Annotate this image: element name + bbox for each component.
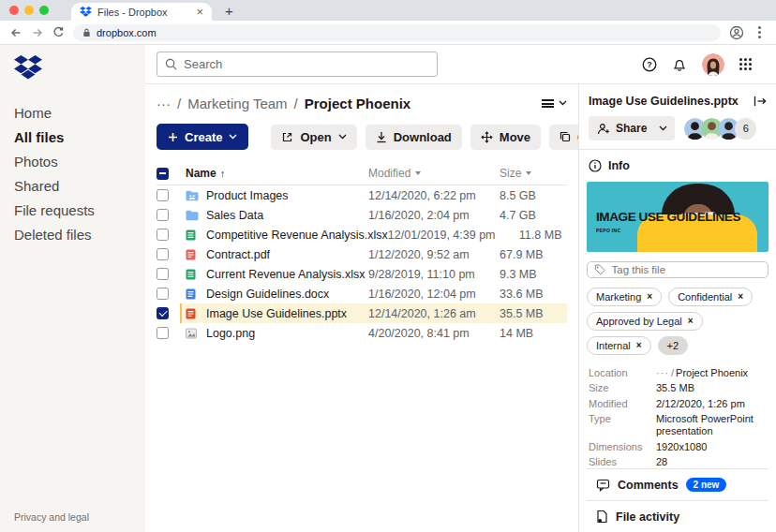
apps-grid-icon[interactable] <box>739 58 752 70</box>
location-more[interactable]: ··· <box>656 367 669 378</box>
breadcrumb-more[interactable]: ··· <box>157 96 171 111</box>
tag-icon <box>594 263 606 276</box>
comments-section-toggle[interactable]: Comments 2 new <box>587 468 769 500</box>
window-zoom-button[interactable] <box>39 6 49 15</box>
file-name[interactable]: Product Images <box>206 189 368 202</box>
tag-input[interactable] <box>612 264 761 275</box>
remove-tag-icon[interactable] <box>636 341 642 350</box>
back-icon[interactable] <box>9 26 22 39</box>
file-name[interactable]: Competitive Revenue Analysis.xlsx <box>206 229 388 242</box>
tag-pill[interactable]: Approved by Legal <box>587 312 703 331</box>
window-controls[interactable] <box>9 0 49 21</box>
sidebar-item-photos[interactable]: Photos <box>14 155 136 170</box>
new-tab-button[interactable]: + <box>225 4 233 18</box>
column-header-size[interactable]: Size <box>500 167 567 180</box>
share-button[interactable]: Share <box>589 116 675 140</box>
tag-pill[interactable]: Marketing <box>587 288 662 306</box>
open-button[interactable]: Open <box>271 125 356 150</box>
file-name[interactable]: Sales Data <box>206 209 368 222</box>
row-checkbox-checked[interactable] <box>157 307 169 319</box>
search-box[interactable] <box>157 52 438 77</box>
sidebar-item-all-files[interactable]: All files <box>14 130 136 145</box>
folder-icon <box>186 210 199 221</box>
collaborator-avatars[interactable]: 6 <box>684 118 756 140</box>
row-checkbox[interactable] <box>157 288 169 300</box>
dropbox-logo-icon[interactable] <box>14 55 136 83</box>
table-row[interactable]: Design Guidelines.docx 1/16/2020, 12:04 … <box>157 284 567 303</box>
excel-file-icon <box>186 229 199 241</box>
file-name[interactable]: Current Revenue Analysis.xlsx <box>206 268 368 281</box>
create-button[interactable]: Create <box>157 124 248 150</box>
table-row-selected[interactable]: Image Use Guidelines.pptx 12/14/2020, 1:… <box>157 303 567 323</box>
file-name[interactable]: Contract.pdf <box>206 248 368 261</box>
download-button[interactable]: Download <box>366 125 462 150</box>
account-avatar[interactable] <box>702 53 724 76</box>
tag-pill[interactable]: Internal <box>587 336 651 355</box>
browser-tab[interactable]: Files - Dropbox × <box>71 3 212 21</box>
view-toggle-button[interactable] <box>542 99 567 108</box>
sidebar-item-file-requests[interactable]: File requests <box>14 203 136 218</box>
action-toolbar: Create Open Download M <box>157 124 567 150</box>
row-checkbox[interactable] <box>157 248 169 260</box>
remove-tag-icon[interactable] <box>688 317 694 326</box>
window-close-button[interactable] <box>9 6 19 15</box>
plus-icon <box>168 132 178 142</box>
collaborator-count[interactable]: 6 <box>735 118 756 140</box>
privacy-legal-link[interactable]: Privacy and legal <box>14 511 136 523</box>
browser-menu-icon[interactable] <box>758 31 761 34</box>
search-input[interactable] <box>184 57 429 71</box>
row-checkbox[interactable] <box>157 268 169 280</box>
collapse-panel-icon[interactable] <box>754 96 767 107</box>
file-name[interactable]: Design Guidelines.docx <box>206 288 368 301</box>
meta-label-dimensions: Dimensions <box>589 441 656 453</box>
row-checkbox[interactable] <box>157 189 169 201</box>
table-row[interactable]: Logo.png 4/20/2020, 8:41 pm 14 MB <box>157 323 567 343</box>
caret-down-icon <box>526 171 531 175</box>
url-bar[interactable]: dropbox.com <box>73 24 721 41</box>
file-modified: 12/14/2020, 1:26 am <box>368 307 500 320</box>
table-row[interactable]: Contract.pdf 1/12/2020, 9:52 am 67.9 MB <box>157 244 567 264</box>
table-row[interactable]: Current Revenue Analysis.xlsx 9/28/2019,… <box>157 264 567 284</box>
table-row[interactable]: Product Images 12/14/2020, 6:22 pm 8.5 G… <box>157 185 567 205</box>
file-modified: 1/16/2020, 12:04 pm <box>368 288 500 301</box>
remove-tag-icon[interactable] <box>738 292 743 302</box>
row-checkbox[interactable] <box>157 229 169 241</box>
file-preview-thumbnail[interactable]: IMAGE USE GUIDELINES PEPO INC <box>587 182 769 252</box>
details-panel: Image Use Guidelines.pptx Share <box>578 84 776 532</box>
row-checkbox[interactable] <box>157 209 169 221</box>
tab-close-icon[interactable]: × <box>196 6 203 18</box>
column-header-modified[interactable]: Modified <box>368 167 500 180</box>
table-row[interactable]: Sales Data 1/16/2020, 2:04 pm 4.7 GB <box>157 205 567 225</box>
top-bar: ? <box>145 45 776 84</box>
share-options-chevron[interactable] <box>655 116 675 140</box>
remove-tag-icon[interactable] <box>647 292 652 302</box>
tags-overflow-pill[interactable]: +2 <box>658 336 689 355</box>
row-checkbox[interactable] <box>157 327 169 339</box>
preview-slide-title: IMAGE USE GUIDELINES <box>596 210 740 224</box>
url-text: dropbox.com <box>97 27 157 38</box>
notifications-bell-icon[interactable] <box>672 57 687 72</box>
file-activity-section-toggle[interactable]: File activity <box>587 500 769 532</box>
table-row[interactable]: Competitive Revenue Analysis.xlsx 12/01/… <box>157 225 567 244</box>
meta-value-location[interactable]: ···/Project Phoenix <box>656 367 767 379</box>
select-all-checkbox[interactable] <box>157 168 169 180</box>
column-header-name[interactable]: Name <box>186 167 368 180</box>
file-name[interactable]: Logo.png <box>206 327 368 340</box>
svg-text:?: ? <box>647 60 652 69</box>
sidebar-item-shared[interactable]: Shared <box>14 179 136 194</box>
help-icon[interactable]: ? <box>642 57 657 72</box>
location-separator: / <box>671 367 674 378</box>
file-name[interactable]: Image Use Guidelines.pptx <box>206 307 368 320</box>
meta-value-type: Microsoft PowerPoint presentation <box>656 413 767 437</box>
sidebar-item-home[interactable]: Home <box>14 106 136 121</box>
tag-pill[interactable]: Confidential <box>668 288 753 306</box>
browser-profile-icon[interactable] <box>729 25 744 40</box>
forward-icon[interactable] <box>31 26 44 39</box>
sidebar-item-deleted-files[interactable]: Deleted files <box>14 228 136 243</box>
window-minimize-button[interactable] <box>24 6 34 15</box>
refresh-icon[interactable] <box>52 26 65 38</box>
breadcrumb-parent[interactable]: Marketing Team <box>187 96 287 111</box>
tag-input-box[interactable] <box>587 261 769 277</box>
move-button[interactable]: Move <box>470 125 541 150</box>
preview-slide-subtitle: PEPO INC <box>596 228 620 233</box>
